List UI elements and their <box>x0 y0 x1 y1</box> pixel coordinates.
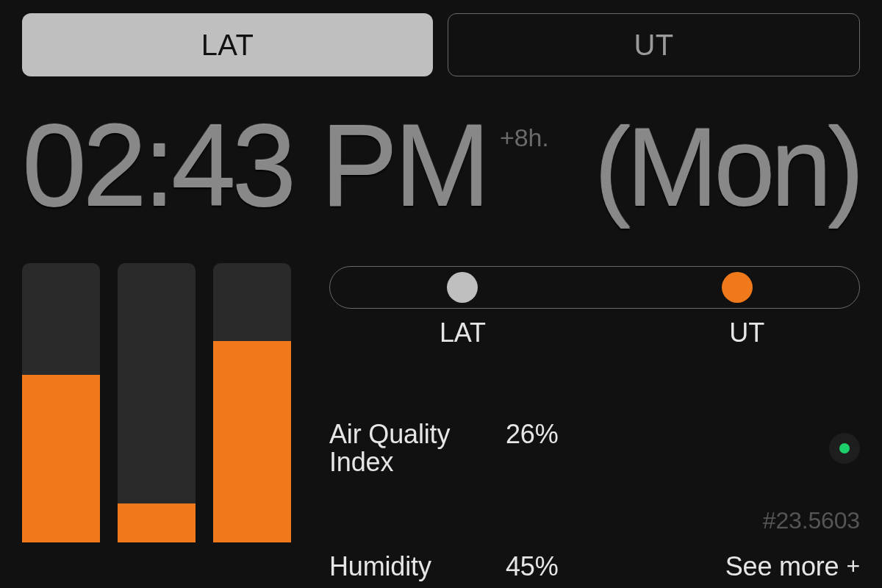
bar-2-fill <box>118 503 196 542</box>
clock-time: 02:43 PM <box>22 107 487 223</box>
plus-icon: + <box>846 554 860 579</box>
bar-3-fill <box>213 341 291 542</box>
see-more-button[interactable]: See more + <box>725 553 860 581</box>
metric-humidity-value: 45% <box>506 553 559 581</box>
slider-dot-ut[interactable] <box>722 272 753 303</box>
bar-1 <box>22 263 100 542</box>
slider-label-ut: UT <box>729 318 764 348</box>
time-slider[interactable] <box>329 266 860 309</box>
slider-dot-lat[interactable] <box>447 272 478 303</box>
reference-id: #23.5603 <box>763 509 860 534</box>
metric-ref: #23.5603 <box>329 509 860 534</box>
metric-humidity-label: Humidity <box>329 553 506 581</box>
bar-1-fill <box>22 375 100 542</box>
clock-day: (Mon) <box>572 112 860 223</box>
tab-lat[interactable]: LAT <box>22 13 433 76</box>
slider-labels: LAT UT <box>329 318 860 348</box>
metric-aqi: Air Quality Index 26% <box>329 420 860 476</box>
tab-ut[interactable]: UT <box>448 13 860 76</box>
bar-3 <box>213 263 291 542</box>
metric-aqi-label: Air Quality Index <box>329 420 506 476</box>
clock-offset: +8h. <box>500 107 548 152</box>
bar-2 <box>118 263 196 542</box>
time-zone-tabs: LAT UT <box>22 13 860 76</box>
slider-label-lat: LAT <box>440 318 486 348</box>
see-more-label: See more <box>725 553 839 581</box>
status-indicator <box>829 433 860 464</box>
bar-chart <box>22 263 291 542</box>
metric-aqi-value: 26% <box>506 420 559 448</box>
clock-row: 02:43 PM +8h. (Mon) <box>22 107 860 223</box>
metric-humidity: Humidity 45% See more + <box>329 553 860 581</box>
status-dot-icon <box>839 443 850 453</box>
